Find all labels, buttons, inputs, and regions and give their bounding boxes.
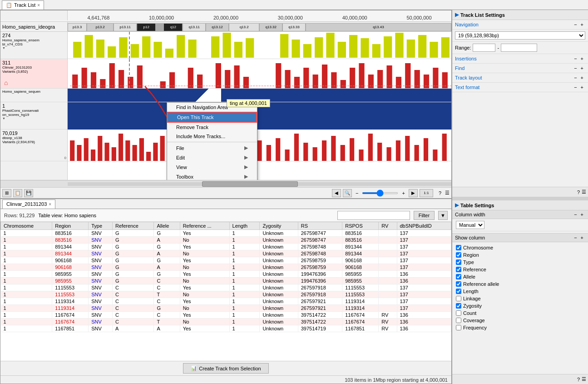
filter-arrow-btn[interactable]: ▼ [438,211,448,220]
data-table[interactable]: Chromosome Region Type Reference Allele … [0,222,451,361]
show-col-checkbox[interactable] [456,281,461,287]
find-minus-btn[interactable]: − [572,65,578,71]
show-col-checkbox[interactable] [456,252,461,258]
tab-close-btn[interactable]: × [37,3,40,8]
zoom-fit[interactable]: 1:1 [420,189,433,197]
menu-file[interactable]: File ▶ [167,143,257,153]
show-col-checkbox[interactable] [456,259,461,265]
navigation-dropdown[interactable]: 19 (59,128,983bp) [455,31,585,40]
table-search-input[interactable] [337,211,410,220]
right-bottom-help[interactable]: ? [577,377,580,382]
toolbar-btn-2[interactable]: 📋 [13,189,22,197]
col-length[interactable]: Length [229,222,260,230]
right-panel-menu[interactable]: ☰ [582,189,586,195]
zoom-plus[interactable]: + [400,190,406,196]
table-settings-expand-icon[interactable]: ▶ [455,202,459,208]
layout-plus-btn[interactable]: + [579,75,585,80]
nav-plus-btn[interactable]: + [579,22,585,27]
clinvar-tab-close[interactable]: × [49,202,51,207]
show-col-checkbox[interactable] [456,310,461,316]
menu-open-track[interactable]: Open This Track [167,112,257,123]
textfmt-plus-btn[interactable]: + [579,85,585,90]
table-cell: 267597918 [298,284,342,291]
layout-minus-btn[interactable]: − [572,75,578,80]
colwidth-plus-btn[interactable]: + [579,212,585,217]
menu-edit[interactable]: Edit ▶ [167,153,257,162]
table-cell: Unknown [260,237,298,244]
toolbar-help[interactable]: ? [439,190,441,196]
table-cell: 137 [397,244,451,250]
range-end-input[interactable]: 58,986,159 [501,44,537,52]
track-ruler: 4,641,768 10,000,000 20,000,000 30,000,0… [0,10,451,22]
col-rspos[interactable]: RSPOS [342,222,379,230]
insertions-minus-btn[interactable]: − [572,56,578,61]
zoom-arrow-left[interactable]: ◀ [332,189,341,197]
col-type[interactable]: Type [89,222,113,230]
table-cell: C [154,312,180,319]
show-col-checkbox[interactable] [456,296,461,301]
table-cell: Yes [180,244,229,250]
show-col-checkbox[interactable] [456,325,461,330]
svg-rect-27 [418,35,426,58]
table-cell: 136 [397,325,451,332]
nav-minus-btn[interactable]: − [572,22,578,27]
showcol-plus-btn[interactable]: + [579,235,585,240]
show-col-checkbox[interactable] [456,245,461,250]
clinvar-tab[interactable]: Clinvar_20131203 × [2,199,55,209]
zoom-minus[interactable]: − [354,190,360,196]
insertions-plus-btn[interactable]: + [579,56,585,61]
settings-expand-icon[interactable]: ▶ [455,12,459,18]
table-cell: 267597918 [298,291,342,298]
show-col-checkbox[interactable] [456,289,461,294]
col-rs[interactable]: RS [298,222,342,230]
track-scrollbar[interactable] [0,180,451,187]
table-cell: 1 [229,312,260,319]
col-rv[interactable]: RV [379,222,397,230]
textfmt-minus-btn[interactable]: − [572,85,578,90]
col-chromosome[interactable]: Chromosome [1,222,52,230]
table-cell: 137 [397,257,451,264]
zoom-slider[interactable] [362,192,398,194]
table-cell: Yes [180,325,229,332]
svg-rect-19 [326,33,334,58]
menu-view[interactable]: View ▶ [167,162,257,172]
show-col-checkbox[interactable] [456,318,461,323]
menu-toolbox[interactable]: Toolbox ▶ [167,172,257,180]
col-dbsnpbuildid[interactable]: dbSNPBuildID [397,222,451,230]
col-allele[interactable]: Allele [154,222,180,230]
filter-button[interactable]: Filter [414,211,435,220]
table-cell: 1 [229,291,260,298]
track-list-tab[interactable]: 📋 Track List × [2,0,44,10]
zoom-magnify[interactable]: 🔍 [343,189,352,197]
menu-remove-track[interactable]: Remove Track [167,123,257,132]
right-bottom-panel: ▶ Table Settings Column width − + Manual… [452,199,588,384]
col-reference-allele[interactable]: Reference ... [180,222,229,230]
ruler-pos-4: 30,000,000 [278,15,303,20]
colwidth-minus-btn[interactable]: − [572,212,578,217]
col-region[interactable]: Region [52,222,89,230]
showcol-minus-btn[interactable]: − [572,235,578,240]
col-reference[interactable]: Reference [113,222,154,230]
track-visualizations[interactable]: ting at 4,000,001 Find in Navigation Are… [68,32,451,180]
toolbar-menu[interactable]: ☰ [445,190,450,196]
toolbar-btn-3[interactable]: 💾 [24,189,33,197]
col-zygosity[interactable]: Zygosity [260,222,298,230]
right-bottom-menu[interactable]: ☰ [582,376,586,382]
find-plus-btn[interactable]: + [579,65,585,71]
right-panel-help[interactable]: ? [577,190,580,195]
create-track-button[interactable]: 📊 Create Track from Selection [183,363,268,374]
svg-rect-111 [442,134,447,161]
show-col-checkbox[interactable] [456,267,461,272]
range-start-input[interactable]: 1 [473,44,495,52]
show-col-row: Frequency [456,324,584,331]
table-cell [379,244,397,250]
show-col-checkbox[interactable] [456,274,461,279]
col-width-mode-dropdown[interactable]: Manual [456,221,484,229]
zoom-arrow-right[interactable]: ▶ [409,189,418,197]
show-col-checkbox[interactable] [456,303,461,309]
svg-rect-100 [341,145,345,161]
svg-rect-3 [108,46,116,58]
toolbar-btn-1[interactable]: ⊞ [2,189,11,197]
menu-include-tracks[interactable]: Include More Tracks... [167,132,257,141]
svg-rect-7 [153,42,162,58]
